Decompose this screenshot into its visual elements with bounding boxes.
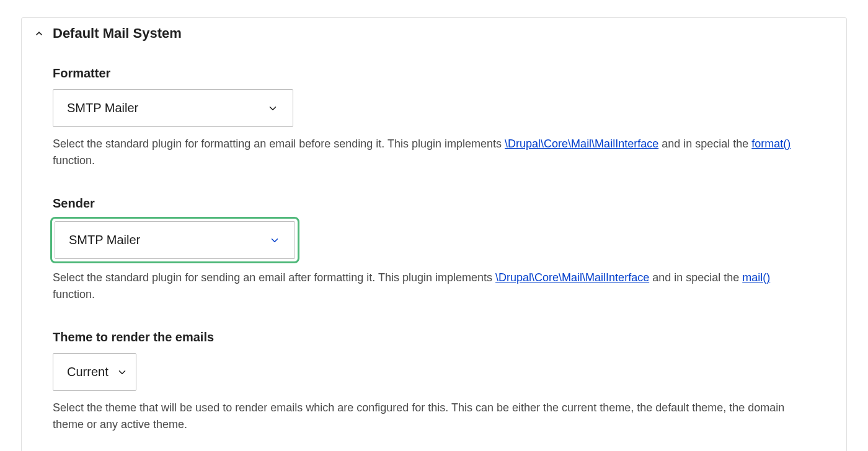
theme-label: Theme to render the emails — [53, 330, 815, 344]
description-text: function. — [53, 288, 95, 300]
sender-description: Select the standard plugin for sending a… — [53, 269, 815, 303]
default-mail-system-panel: Default Mail System Formatter SMTP Maile… — [21, 17, 847, 451]
description-text: Select the standard plugin for sending a… — [53, 271, 495, 284]
chevron-up-icon — [34, 28, 44, 38]
description-text: Select the standard plugin for formattin… — [53, 138, 505, 150]
theme-description: Select the theme that will be used to re… — [53, 400, 815, 433]
description-text: and in special the — [658, 138, 751, 150]
theme-select[interactable]: Current — [53, 353, 136, 391]
mailinterface-link[interactable]: \Drupal\Core\Mail\MailInterface — [505, 138, 658, 150]
formatter-description: Select the standard plugin for formattin… — [53, 136, 815, 169]
theme-select-wrapper: Current — [53, 353, 136, 391]
formatter-select-wrapper: SMTP Mailer — [53, 89, 293, 127]
description-text: function. — [53, 154, 95, 167]
formatter-select[interactable]: SMTP Mailer — [53, 89, 293, 127]
theme-field: Theme to render the emails Current Selec… — [53, 330, 815, 433]
sender-label: Sender — [53, 196, 815, 211]
panel-title: Default Mail System — [53, 25, 182, 42]
formatter-label: Formatter — [53, 66, 815, 81]
panel-content: Formatter SMTP Mailer Select the standar… — [22, 48, 846, 451]
description-text: and in special the — [649, 271, 742, 284]
format-function-link[interactable]: format() — [751, 138, 790, 150]
sender-field: Sender SMTP Mailer Select the standard p… — [53, 196, 815, 303]
panel-summary[interactable]: Default Mail System — [22, 18, 846, 48]
formatter-field: Formatter SMTP Mailer Select the standar… — [53, 66, 815, 169]
sender-select[interactable]: SMTP Mailer — [55, 221, 295, 259]
mail-function-link[interactable]: mail() — [742, 271, 770, 284]
sender-select-wrapper: SMTP Mailer — [50, 217, 299, 263]
mailinterface-link[interactable]: \Drupal\Core\Mail\MailInterface — [495, 271, 649, 284]
